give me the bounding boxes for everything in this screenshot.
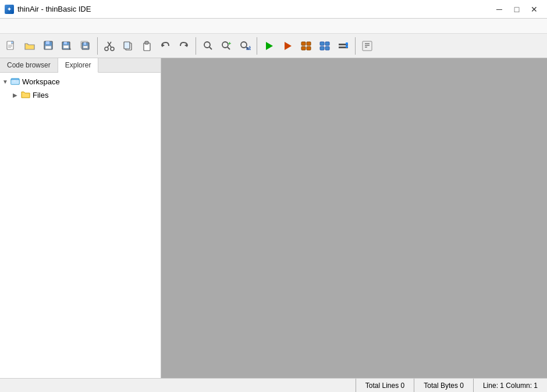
left-panel: Code browser Explorer ▼ Workspace ▶ <box>0 58 161 378</box>
app-icon: ✦ <box>5 5 14 14</box>
svg-rect-9 <box>63 45 69 48</box>
find-button[interactable] <box>199 37 216 55</box>
editor-area[interactable] <box>161 58 547 378</box>
svg-line-26 <box>209 47 212 49</box>
svg-rect-5 <box>46 41 49 44</box>
svg-rect-2 <box>8 46 12 47</box>
title-bar: ✦ thinAir - thinBasic IDE ─ □ ✕ <box>0 0 547 19</box>
svg-rect-36 <box>301 47 306 50</box>
undo-button[interactable] <box>157 37 174 55</box>
status-position: Line: 1 Column: 1 <box>474 379 547 392</box>
svg-rect-40 <box>320 47 324 50</box>
toolbar-sep-3 <box>257 37 257 55</box>
toolbar-sep-1 <box>97 37 98 55</box>
svg-rect-39 <box>320 42 324 45</box>
minimize-button[interactable]: ─ <box>491 3 507 16</box>
status-total-lines: Total Lines 0 <box>356 379 414 392</box>
tree-node-workspace[interactable]: ▼ Workspace <box>0 75 161 88</box>
svg-marker-23 <box>162 44 165 47</box>
save-all-button[interactable] <box>77 37 94 55</box>
tools-3-button[interactable] <box>335 37 352 55</box>
replace-button[interactable]: ab <box>236 37 254 55</box>
workspace-label: Workspace <box>22 77 60 86</box>
svg-rect-8 <box>64 42 67 44</box>
close-button[interactable]: ✕ <box>526 3 542 16</box>
find-next-button[interactable]: + <box>218 37 235 55</box>
title-controls: ─ □ ✕ <box>491 3 542 16</box>
save-as-button[interactable]: + <box>58 37 76 55</box>
toolbar-sep-4 <box>355 37 356 55</box>
tools-1-button[interactable] <box>297 37 315 55</box>
svg-rect-1 <box>8 45 12 45</box>
tools-2-button[interactable] <box>316 37 333 55</box>
svg-rect-47 <box>363 41 372 51</box>
tab-explorer[interactable]: Explorer <box>58 58 99 73</box>
status-bar: Total Lines 0 Total Bytes 0 Line: 1 Colu… <box>0 378 547 392</box>
svg-marker-34 <box>285 42 292 50</box>
svg-rect-46 <box>346 45 348 48</box>
svg-rect-41 <box>325 42 329 45</box>
svg-rect-45 <box>346 42 348 45</box>
copy-button[interactable] <box>119 37 137 55</box>
run-selection-button[interactable] <box>279 37 296 55</box>
svg-point-18 <box>111 47 114 51</box>
svg-rect-42 <box>325 47 329 50</box>
svg-point-25 <box>204 42 210 48</box>
save-button[interactable] <box>40 37 57 55</box>
menu-bar <box>0 19 547 34</box>
paste-button[interactable] <box>138 37 155 55</box>
redo-button[interactable] <box>175 37 193 55</box>
svg-rect-35 <box>301 42 306 45</box>
svg-point-17 <box>105 47 108 51</box>
maximize-button[interactable]: □ <box>509 3 525 16</box>
toolbar-sep-2 <box>196 37 196 55</box>
svg-rect-6 <box>45 46 51 49</box>
svg-marker-24 <box>184 44 187 47</box>
new-file-button[interactable] <box>2 37 20 55</box>
svg-text:+: + <box>69 47 72 52</box>
extra-button[interactable] <box>358 37 376 55</box>
svg-rect-3 <box>8 47 11 48</box>
svg-rect-38 <box>307 47 311 50</box>
svg-rect-22 <box>145 41 148 44</box>
svg-rect-13 <box>83 46 88 48</box>
open-file-button[interactable] <box>21 37 38 55</box>
title-left: ✦ thinAir - thinBasic IDE <box>5 5 91 14</box>
svg-marker-33 <box>266 42 273 50</box>
toolbar: + + ab <box>0 34 547 58</box>
workspace-icon <box>10 76 20 87</box>
title-text: thinAir - thinBasic IDE <box>17 5 91 13</box>
files-label: Files <box>33 91 48 99</box>
svg-text:ab: ab <box>246 45 251 51</box>
tree-node-files[interactable]: ▶ Files <box>0 88 161 102</box>
svg-rect-37 <box>307 42 311 45</box>
svg-text:+: + <box>228 41 231 47</box>
svg-point-27 <box>222 42 228 48</box>
tree-view: ▼ Workspace ▶ Files <box>0 73 161 378</box>
tab-code-browser[interactable]: Code browser <box>0 58 58 72</box>
tree-expand-workspace: ▼ <box>2 79 8 85</box>
svg-rect-20 <box>124 42 130 49</box>
status-left-spacer <box>0 379 356 392</box>
panel-tabs: Code browser Explorer <box>0 58 161 73</box>
svg-line-28 <box>228 47 230 49</box>
svg-rect-12 <box>84 42 86 45</box>
cut-button[interactable] <box>101 37 118 55</box>
status-total-bytes: Total Bytes 0 <box>414 379 474 392</box>
tree-expand-files: ▶ <box>13 92 19 98</box>
files-icon <box>21 90 30 101</box>
main-area: Code browser Explorer ▼ Workspace ▶ <box>0 58 547 378</box>
run-button[interactable] <box>260 37 278 55</box>
